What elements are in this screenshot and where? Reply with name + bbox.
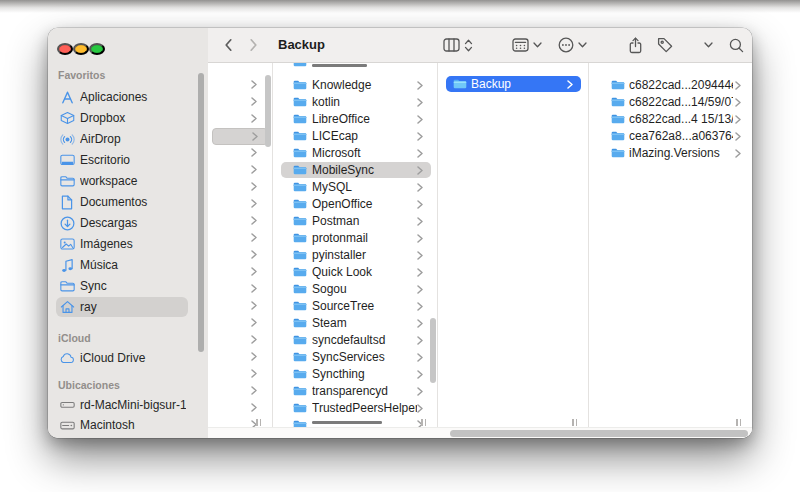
sidebar-scrollbar[interactable] <box>198 73 204 352</box>
clipped-list-item[interactable] <box>212 400 266 415</box>
sidebar-item-ray[interactable]: ray <box>56 297 188 317</box>
sidebar-item-icloud-drive[interactable]: iCloud Drive <box>56 348 188 368</box>
list-item-cea762a8-a063764c[interactable]: cea762a8...a063764c <box>603 128 747 144</box>
list-item-syncthing[interactable]: Syncthing <box>281 366 431 382</box>
back-button[interactable] <box>216 33 240 57</box>
column-resize-handle[interactable] <box>421 419 426 426</box>
folder-icon <box>293 113 307 125</box>
list-item-mysql[interactable]: MySQL <box>281 179 431 195</box>
list-item-mobilesync[interactable]: MobileSync <box>281 162 431 178</box>
item-label: Syncthing <box>312 366 417 382</box>
more-actions-button[interactable] <box>552 32 593 58</box>
sidebar-item-im-genes[interactable]: Imágenes <box>56 234 188 254</box>
list-item-backup[interactable]: Backup <box>446 76 581 92</box>
column1-scrollbar[interactable] <box>265 75 271 147</box>
sidebar-item-dropbox[interactable]: Dropbox <box>56 108 188 128</box>
clipped-list-item[interactable] <box>212 128 268 145</box>
sidebar-item-sync[interactable]: Sync <box>56 276 188 296</box>
cloud-icon <box>58 348 76 368</box>
main-area: Backup KnowledgekotlinLibreOfficeLICEcap… <box>208 28 752 438</box>
list-item-openoffice[interactable]: OpenOffice <box>281 196 431 212</box>
column-mobilesync: Backup <box>438 63 589 438</box>
clipped-list-item[interactable] <box>212 349 266 364</box>
search-button[interactable] <box>723 32 749 58</box>
list-item-licecap[interactable]: LICEcap <box>281 128 431 144</box>
clipped-list-item[interactable] <box>212 298 266 313</box>
sidebar-item-descargas[interactable]: Descargas <box>56 213 188 233</box>
close-button[interactable] <box>57 43 73 55</box>
column2-scrollbar[interactable] <box>430 318 436 383</box>
column-resize-handle[interactable] <box>572 419 577 426</box>
list-item-imazing-versions[interactable]: iMazing.Versions <box>603 145 747 161</box>
clipped-list-item[interactable] <box>212 179 266 194</box>
zoom-button[interactable] <box>89 43 105 55</box>
chevron-right-icon <box>251 403 257 412</box>
clipped-list-item[interactable] <box>212 366 266 381</box>
list-item-sourcetree[interactable]: SourceTree <box>281 298 431 314</box>
toolbar-overflow-button[interactable] <box>697 32 719 58</box>
sidebar-item-m-sica[interactable]: Música <box>56 255 188 275</box>
grouping-button[interactable] <box>507 32 547 58</box>
list-item-pyinstaller[interactable]: pyinstaller <box>281 247 431 263</box>
chevron-right-icon <box>417 251 423 260</box>
list-item-libreoffice[interactable]: LibreOffice <box>281 111 431 127</box>
clipped-list-item[interactable] <box>212 332 266 347</box>
chevron-right-icon <box>417 81 423 90</box>
minimize-button[interactable] <box>73 43 89 55</box>
folder-icon <box>611 147 625 159</box>
sidebar-item-workspace[interactable]: workspace <box>56 171 188 191</box>
list-item-trustedpeershelper[interactable]: TrustedPeersHelper <box>281 400 431 416</box>
download-icon <box>58 213 76 233</box>
list-item-transparencyd[interactable]: transparencyd <box>281 383 431 399</box>
sidebar-item-label: Dropbox <box>80 108 186 128</box>
macmini-icon <box>58 395 76 415</box>
clipped-list-item[interactable] <box>212 94 266 109</box>
tags-button[interactable] <box>652 32 678 58</box>
list-item-c6822cad-209444e3[interactable]: c6822cad...209444e3 <box>603 77 747 93</box>
list-item-syncdefaultsd[interactable]: syncdefaultsd <box>281 332 431 348</box>
clipped-list-item[interactable] <box>212 162 266 177</box>
forward-button[interactable] <box>241 33 265 57</box>
horizontal-scrollbar-track[interactable] <box>208 427 752 438</box>
clipped-label <box>312 421 382 424</box>
clipped-list-item[interactable] <box>212 315 266 330</box>
finder-window: FavoritosAplicacionesDropboxAirDropEscri… <box>48 28 752 438</box>
clipped-list-item[interactable] <box>212 213 266 228</box>
list-item-syncservices[interactable]: SyncServices <box>281 349 431 365</box>
list-item-knowledge[interactable]: Knowledge <box>281 77 431 93</box>
desktop-icon <box>58 150 76 170</box>
list-item-quick-look[interactable]: Quick Look <box>281 264 431 280</box>
clipped-list-item[interactable] <box>212 264 266 279</box>
chevron-right-icon <box>251 301 257 310</box>
clipped-list-item[interactable] <box>212 281 266 296</box>
folder-icon <box>293 317 307 329</box>
list-item-sogou[interactable]: Sogou <box>281 281 431 297</box>
sidebar-item-documentos[interactable]: Documentos <box>56 192 188 212</box>
list-item-microsoft[interactable]: Microsoft <box>281 145 431 161</box>
column-resize-handle[interactable] <box>736 419 741 426</box>
clipped-list-item[interactable] <box>212 77 266 92</box>
list-item-postman[interactable]: Postman <box>281 213 431 229</box>
group-icon <box>512 38 529 52</box>
clipped-list-item[interactable] <box>212 230 266 245</box>
clipped-list-item[interactable] <box>212 111 266 126</box>
column-resize-handle[interactable] <box>256 419 261 426</box>
sidebar-item-airdrop[interactable]: AirDrop <box>56 129 188 149</box>
horizontal-scrollbar-thumb[interactable] <box>450 430 748 437</box>
sidebar-item-aplicaciones[interactable]: Aplicaciones <box>56 87 188 107</box>
share-button[interactable] <box>622 32 648 58</box>
list-item-steam[interactable]: Steam <box>281 315 431 331</box>
list-item-protonmail[interactable]: protonmail <box>281 230 431 246</box>
clipped-list-item[interactable] <box>212 145 266 160</box>
list-item-c6822cad-4-15-13-32[interactable]: c6822cad...4 15/13/32 <box>603 111 747 127</box>
sidebar-item-escritorio[interactable]: Escritorio <box>56 150 188 170</box>
sidebar-item-rd-macmini-bigsur-1-[interactable]: rd-MacMini-bigsur-1... <box>56 395 188 415</box>
clipped-list-item[interactable] <box>212 247 266 262</box>
sidebar-item-macintosh[interactable]: Macintosh <box>56 415 188 435</box>
clipped-list-item[interactable] <box>212 196 266 211</box>
sidebar-section-header: Ubicaciones <box>58 379 196 391</box>
clipped-list-item[interactable] <box>212 383 266 398</box>
list-item-c6822cad-14-59-07[interactable]: c6822cad...14/59/07 <box>603 94 747 110</box>
column-view-button[interactable] <box>436 32 480 58</box>
list-item-kotlin[interactable]: kotlin <box>281 94 431 110</box>
